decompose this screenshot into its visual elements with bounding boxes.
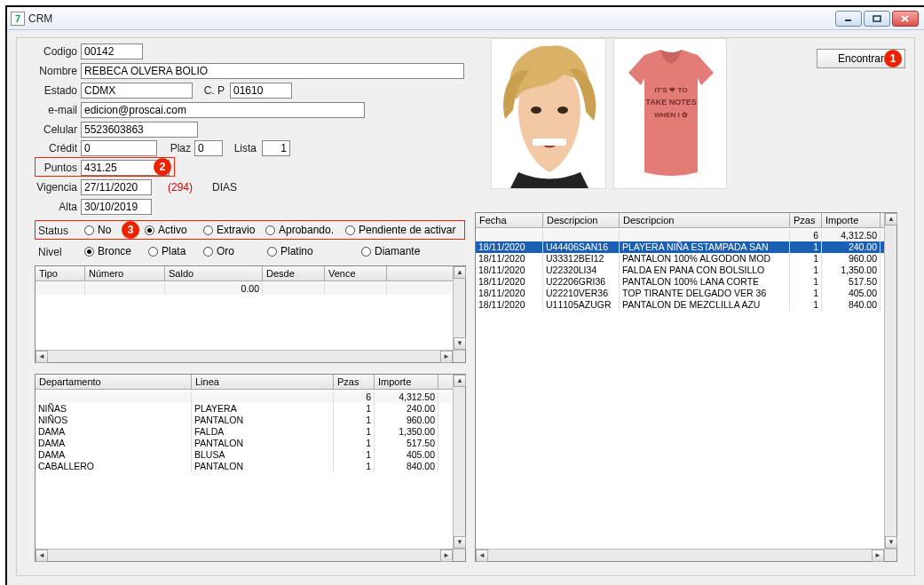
nivel-bronce[interactable]: Bronce [84,245,131,257]
col-saldo[interactable]: Saldo [165,266,263,281]
label-status: Status [38,225,74,237]
credit-field[interactable]: 0 [81,140,157,156]
nivel-oro[interactable]: Oro [203,245,234,257]
col-dep[interactable]: Departamento [36,375,192,389]
label-codigo: Codigo [33,45,77,58]
svg-text:TAKE NOTES: TAKE NOTES [645,98,696,107]
credits-vscroll[interactable]: ▲▼ [453,266,465,350]
col-desc1[interactable]: Descripcion [543,213,620,227]
window-title: CRM [28,12,52,25]
table-row[interactable]: 18/11/2020U11105AZUGRPANTALON DE MEZCLIL… [476,299,884,311]
label-cp: C. P [198,84,225,97]
status-extravio[interactable]: Extravio [203,224,255,236]
product-photo: IT'S ❤ TO TAKE NOTES WHEN I ✿ [613,38,727,189]
status-activo[interactable]: Activo [145,224,187,236]
status-aprobando[interactable]: Aprobando. [265,224,334,236]
dept-hscroll[interactable]: ◄► [36,549,453,561]
transactions-table[interactable]: Fecha Descripcion Descripcion Pzas Impor… [475,212,897,562]
label-alta: Alta [33,201,77,213]
col-numero[interactable]: Número [85,266,165,281]
nivel-platino[interactable]: Platino [267,245,313,257]
window-frame: 7 CRM Encontrar 1 Codigo 00142 Nombre RE… [5,5,924,585]
svg-point-5 [531,107,541,114]
table-row[interactable]: 18/11/2020U33312BEI12PANTALON 100% ALGOD… [476,253,884,265]
maximize-button[interactable] [864,11,890,27]
col-pzas2[interactable]: Pzas [334,375,375,389]
nivel-plata[interactable]: Plata [148,245,186,257]
email-field[interactable]: edicion@proscai.com [81,102,365,118]
label-nombre: Nombre [26,65,77,77]
badge-1: 1 [884,50,902,67]
col-desde[interactable]: Desde [263,266,325,281]
table-row[interactable]: NIÑASPLAYERA1240.00 [36,403,453,415]
table-row[interactable]: DAMAFALDA11,350.00 [36,426,453,438]
svg-text:WHEN I ✿: WHEN I ✿ [654,111,688,119]
table-row[interactable]: DAMAPANTALON1517.50 [36,438,453,449]
col-fecha[interactable]: Fecha [476,213,543,227]
label-dias: DIAS [212,181,248,194]
svg-point-6 [557,107,568,114]
label-plaz: Plaz [166,142,191,154]
svg-text:IT'S ❤ TO: IT'S ❤ TO [655,86,688,94]
dept-vscroll[interactable]: ▲▼ [453,375,465,549]
label-celular: Celular [33,123,77,136]
label-lista: Lista [230,142,257,154]
col-linea[interactable]: Linea [192,375,334,389]
customer-photo [491,38,606,189]
credits-hscroll[interactable]: ◄► [36,350,453,362]
plaz-field[interactable]: 0 [194,140,223,156]
label-credit: Crédit [33,142,77,154]
trans-vscroll[interactable]: ▲▼ [884,213,896,549]
minimize-button[interactable] [835,11,862,27]
alta-field[interactable]: 30/10/2019 [81,199,152,215]
estado-field[interactable]: CDMX [81,83,193,99]
codigo-field[interactable]: 00142 [81,43,143,59]
trans-hscroll[interactable]: ◄► [476,549,884,561]
badge-3: 3 [122,221,139,239]
col-desc2[interactable]: Descripcion [620,213,790,227]
label-email: e-mail [33,104,77,116]
table-row[interactable]: NIÑOSPANTALON1960.00 [36,415,453,426]
form-panel: Encontrar 1 Codigo 00142 Nombre REBECA O… [16,37,915,576]
table-row[interactable]: CABALLEROPANTALON1840.00 [36,461,453,472]
svg-rect-1 [873,16,881,21]
svg-rect-7 [533,138,566,146]
table-row[interactable]: 18/11/2020U44406SAN16PLAYERA NIÑA ESTAMP… [476,241,884,253]
table-row[interactable]: 18/11/2020U22210VER36TOP TIRANTE DELGADO… [476,288,884,299]
label-estado: Estado [33,84,77,97]
nivel-diamante[interactable]: Diamante [361,245,420,257]
col-pzas3[interactable]: Pzas [790,213,822,227]
encontrar-label: Encontrar [838,52,884,65]
label-nivel: Nivel [38,246,74,258]
dept-table[interactable]: Departamento Linea Pzas Importe 64,312.5… [35,374,466,562]
status-pendiente[interactable]: Pendiente de activar [345,224,455,236]
table-row[interactable]: DAMABLUSA1405.00 [36,449,453,461]
col-vence[interactable]: Vence [325,266,387,281]
lista-field[interactable]: 1 [262,140,290,156]
client-area: Encontrar 1 Codigo 00142 Nombre REBECA O… [7,30,924,585]
table-row[interactable]: 18/11/2020U22320LI34FALDA EN PANA CON BO… [476,265,884,276]
nombre-field[interactable]: REBECA OLVERA BOLIO [81,63,464,79]
table-row[interactable]: 18/11/2020U22206GRI36PANTALON 100% LANA … [476,276,884,288]
label-puntos: Puntos [33,162,77,174]
vigencia-field[interactable]: 27/11/2020 [81,179,152,195]
vigencia-days: (294) [168,181,203,194]
saldo-total: 0.00 [165,283,263,295]
app-icon: 7 [11,12,25,26]
status-no[interactable]: No [84,224,111,236]
badge-2: 2 [154,158,171,176]
titlebar[interactable]: 7 CRM [7,7,924,30]
credits-table[interactable]: Tipo Número Saldo Desde Vence 0.00 [35,265,466,363]
label-vigencia: Vigencia [26,181,77,194]
cp-field[interactable]: 01610 [230,83,292,99]
col-importe2[interactable]: Importe [375,375,438,389]
col-tipo[interactable]: Tipo [36,266,85,281]
close-button[interactable] [892,11,919,27]
col-importe3[interactable]: Importe [822,213,881,227]
celular-field[interactable]: 5523603863 [81,122,198,138]
